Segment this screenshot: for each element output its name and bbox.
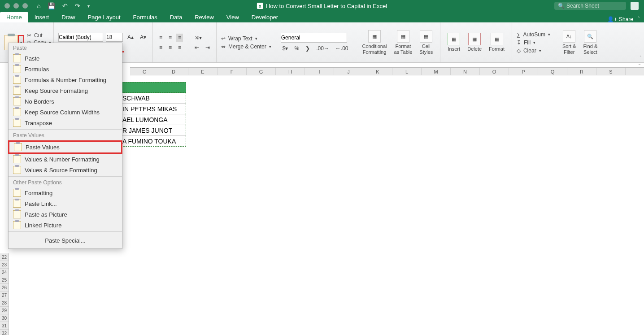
- number-format-select[interactable]: [281, 33, 347, 43]
- menu-paste-as-picture[interactable]: Paste as Picture: [9, 209, 122, 220]
- increase-font-button[interactable]: A▴: [126, 33, 135, 41]
- delete-cells-button[interactable]: ▦Delete: [465, 31, 484, 53]
- comma-format-button[interactable]: ❯: [304, 44, 312, 52]
- tab-review[interactable]: Review: [188, 12, 220, 22]
- home-icon[interactable]: ⌂: [37, 2, 40, 9]
- tab-page-layout[interactable]: Page Layout: [82, 12, 127, 22]
- col-header[interactable]: Q: [538, 68, 567, 75]
- tab-draw[interactable]: Draw: [55, 12, 81, 22]
- tab-home[interactable]: Home: [0, 12, 28, 22]
- col-header[interactable]: O: [480, 68, 509, 75]
- cut-button[interactable]: ✂Cut: [27, 32, 51, 39]
- data-cell[interactable]: R JAMES JUNOT: [121, 125, 186, 136]
- sort-filter-button[interactable]: A↓Sort & Filter: [560, 28, 579, 56]
- menu-paste-special[interactable]: Paste Special...: [9, 233, 122, 248]
- format-as-table-button[interactable]: ▦Format as Table: [392, 28, 415, 56]
- align-right-button[interactable]: ≡: [176, 44, 183, 52]
- row-header[interactable]: 23: [0, 261, 9, 269]
- row-header[interactable]: 26: [0, 284, 9, 291]
- conditional-formatting-button[interactable]: ▦Conditional Formatting: [360, 28, 390, 56]
- insert-cells-button[interactable]: ▦Insert: [445, 31, 463, 53]
- col-header[interactable]: G: [247, 68, 276, 75]
- menu-paste-link[interactable]: Paste Link...: [9, 198, 122, 209]
- decrease-font-button[interactable]: A▾: [138, 33, 148, 41]
- align-top-button[interactable]: ≡: [157, 34, 164, 42]
- minimize-window[interactable]: [13, 3, 19, 9]
- menu-keep-source-formatting[interactable]: Keep Source Formatting: [9, 85, 122, 96]
- share-button[interactable]: 👤+ Share: [607, 16, 633, 22]
- row-header[interactable]: 28: [0, 299, 9, 307]
- col-header[interactable]: D: [159, 68, 188, 75]
- autosum-button[interactable]: ∑AutoSum▾: [517, 31, 550, 38]
- col-header[interactable]: K: [363, 68, 392, 75]
- decrease-indent-button[interactable]: ⇤: [193, 44, 201, 52]
- accounting-format-button[interactable]: $▾: [281, 44, 290, 52]
- col-header[interactable]: J: [334, 68, 363, 75]
- menu-paste[interactable]: Paste: [9, 53, 122, 64]
- menu-formulas[interactable]: Formulas: [9, 64, 122, 74]
- tab-developer[interactable]: Developer: [245, 12, 284, 22]
- row-header[interactable]: 24: [0, 269, 9, 276]
- row-header[interactable]: 27: [0, 291, 9, 299]
- menu-formatting[interactable]: Formatting: [9, 187, 122, 198]
- row-header[interactable]: 29: [0, 307, 9, 314]
- data-cell[interactable]: AEL LUMONGA: [121, 114, 186, 125]
- align-center-button[interactable]: ≡: [167, 44, 174, 52]
- row-header[interactable]: 31: [0, 322, 9, 330]
- orientation-button[interactable]: ⤭▾: [193, 34, 204, 42]
- col-header[interactable]: H: [276, 68, 305, 75]
- redo-icon[interactable]: ↷: [75, 2, 80, 9]
- col-header[interactable]: M: [422, 68, 451, 75]
- collapse-ribbon-icon[interactable]: ˆ: [638, 16, 640, 22]
- tab-view[interactable]: View: [220, 12, 245, 22]
- save-icon[interactable]: 💾: [48, 2, 55, 9]
- tab-formulas[interactable]: Formulas: [127, 12, 164, 22]
- clear-button[interactable]: ◇Clear▾: [517, 48, 550, 54]
- align-bottom-button[interactable]: ≡: [176, 34, 183, 42]
- align-middle-button[interactable]: ≡: [167, 34, 174, 42]
- selected-header-cell[interactable]: [121, 82, 186, 93]
- col-header[interactable]: F: [218, 68, 247, 75]
- ribbon-collapse-caret[interactable]: ˆ: [640, 56, 641, 61]
- menu-values-source-formatting[interactable]: Values & Source Formatting: [9, 165, 122, 175]
- row-header[interactable]: 30: [0, 314, 9, 322]
- percent-format-button[interactable]: %: [292, 44, 301, 52]
- find-select-button[interactable]: 🔍Find & Select: [580, 28, 600, 56]
- search-sheet[interactable]: 🔍 Search Sheet: [554, 2, 626, 10]
- row-header[interactable]: 22: [0, 253, 9, 261]
- undo-icon[interactable]: ↶: [62, 2, 68, 9]
- menu-linked-picture[interactable]: Linked Picture: [9, 220, 122, 231]
- decrease-decimal-button[interactable]: ←.00: [334, 44, 350, 52]
- col-header[interactable]: C: [130, 68, 159, 75]
- user-avatar[interactable]: [631, 2, 639, 10]
- data-cell[interactable]: SCHWAB: [121, 93, 186, 104]
- fill-button[interactable]: ↧Fill▾: [517, 39, 550, 46]
- col-header[interactable]: P: [509, 68, 538, 75]
- qat-more-icon[interactable]: ▾: [87, 4, 90, 9]
- data-cell[interactable]: IN PETERS MIKAS: [121, 104, 186, 114]
- format-cells-button[interactable]: ▦Format: [486, 31, 507, 53]
- data-cell[interactable]: A FUMINO TOUKA: [121, 136, 186, 147]
- menu-keep-source-column-widths[interactable]: Keep Source Column Widths: [9, 107, 122, 117]
- cell-styles-button[interactable]: ▦Cell Styles: [417, 28, 435, 56]
- menu-transpose[interactable]: Transpose: [9, 117, 122, 128]
- zoom-window[interactable]: [22, 3, 28, 9]
- col-header[interactable]: N: [451, 68, 480, 75]
- col-header[interactable]: S: [596, 68, 626, 75]
- font-size-input[interactable]: [106, 33, 123, 42]
- col-header[interactable]: R: [567, 68, 596, 75]
- close-window[interactable]: [4, 3, 10, 9]
- col-header[interactable]: I: [305, 68, 334, 75]
- col-header[interactable]: L: [392, 68, 422, 75]
- menu-paste-values[interactable]: Paste Values: [9, 142, 121, 152]
- menu-formulas-number-formatting[interactable]: Formulas & Number Formatting: [9, 74, 122, 85]
- col-header[interactable]: E: [188, 68, 218, 75]
- align-left-button[interactable]: ≡: [157, 44, 164, 52]
- row-header[interactable]: 25: [0, 276, 9, 284]
- tab-insert[interactable]: Insert: [28, 12, 56, 22]
- menu-no-borders[interactable]: No Borders: [9, 96, 122, 107]
- menu-values-number-formatting[interactable]: Values & Number Formatting: [9, 154, 122, 165]
- increase-decimal-button[interactable]: .00→: [314, 44, 331, 52]
- merge-center-button[interactable]: ⇔Merge & Center▾: [221, 44, 271, 50]
- wrap-text-button[interactable]: ↩Wrap Text▾: [221, 35, 271, 42]
